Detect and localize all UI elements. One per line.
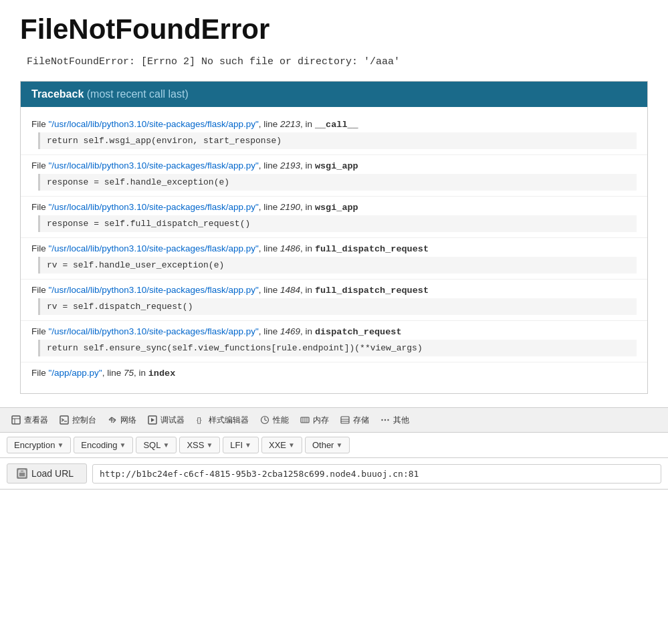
traceback-file-line: File "/app/app.py", line 75, in index <box>31 368 637 379</box>
traceback-file-line: File "/usr/local/lib/python3.10/site-pac… <box>31 243 637 254</box>
devtools-console[interactable]: 控制台 <box>53 412 102 429</box>
traceback-body: File "/usr/local/lib/python3.10/site-pac… <box>21 107 647 393</box>
xxe-button[interactable]: XXE ▼ <box>261 437 302 453</box>
traceback-entry: File "/usr/local/lib/python3.10/site-pac… <box>21 321 647 362</box>
traceback-file-link[interactable]: "/usr/local/lib/python3.10/site-packages… <box>49 160 259 171</box>
svg-point-17 <box>381 419 382 421</box>
devtools-memory[interactable]: 内存 <box>294 412 334 429</box>
encoding-dropdown-arrow: ▼ <box>120 441 126 449</box>
sql-dropdown-arrow: ▼ <box>162 441 169 449</box>
network-icon <box>107 415 118 425</box>
load-url-icon <box>17 468 27 479</box>
other-label: Other <box>312 440 334 450</box>
console-icon <box>59 415 70 425</box>
url-input[interactable] <box>92 464 661 484</box>
main-content: FileNotFoundError FileNotFoundError: [Er… <box>0 0 668 407</box>
traceback-entry: File "/usr/local/lib/python3.10/site-pac… <box>21 238 647 280</box>
traceback-file-link[interactable]: "/usr/local/lib/python3.10/site-packages… <box>49 119 259 129</box>
traceback-title: Traceback <box>31 88 84 100</box>
traceback-file-line: File "/usr/local/lib/python3.10/site-pac… <box>31 326 637 337</box>
devtools-style-editor[interactable]: {} 样式编辑器 <box>190 412 254 429</box>
xxe-label: XXE <box>269 440 286 450</box>
traceback-code: rv = self.handle_user_exception(e) <box>38 257 637 274</box>
other-button[interactable]: Other ▼ <box>305 437 350 453</box>
svg-rect-0 <box>12 416 20 424</box>
xss-button[interactable]: XSS ▼ <box>179 437 220 453</box>
traceback-container: Traceback (most recent call last) File "… <box>20 81 648 394</box>
traceback-entry: File "/usr/local/lib/python3.10/site-pac… <box>21 114 647 155</box>
traceback-entry: File "/usr/local/lib/python3.10/site-pac… <box>21 280 647 321</box>
lfi-dropdown-arrow: ▼ <box>245 441 251 449</box>
svg-marker-7 <box>151 418 154 422</box>
devtools-performance-label: 性能 <box>273 415 289 426</box>
traceback-entry: File "/usr/local/lib/python3.10/site-pac… <box>21 155 647 197</box>
style-editor-icon: {} <box>195 415 206 425</box>
traceback-code: rv = self.dispatch_request() <box>38 298 637 315</box>
other-icon <box>380 415 391 425</box>
encryption-label: Encryption <box>14 440 55 450</box>
svg-text:{}: {} <box>197 416 202 424</box>
devtools-inspector[interactable]: 查看器 <box>5 412 53 429</box>
traceback-file-link[interactable]: "/usr/local/lib/python3.10/site-packages… <box>49 326 259 336</box>
sql-label: SQL <box>143 440 160 450</box>
devtools-memory-label: 内存 <box>313 415 329 426</box>
devtools-other-label: 其他 <box>393 415 409 426</box>
traceback-file-line: File "/usr/local/lib/python3.10/site-pac… <box>31 119 637 130</box>
devtools-storage[interactable]: 存储 <box>334 412 374 429</box>
devtools-toolbar: 查看器 控制台 网络 调试器 <box>0 407 668 433</box>
pentest-toolbar: Encryption ▼ Encoding ▼ SQL ▼ XSS ▼ LFI … <box>0 433 668 458</box>
svg-point-19 <box>387 419 388 421</box>
traceback-file-link[interactable]: "/usr/local/lib/python3.10/site-packages… <box>49 202 259 212</box>
storage-icon <box>340 415 350 425</box>
load-url-bar: Load URL <box>0 458 668 490</box>
sql-button[interactable]: SQL ▼ <box>136 437 177 453</box>
encryption-button[interactable]: Encryption ▼ <box>7 437 71 453</box>
devtools-debugger[interactable]: 调试器 <box>142 412 190 429</box>
traceback-header: Traceback (most recent call last) <box>21 82 647 107</box>
xxe-dropdown-arrow: ▼ <box>288 441 295 449</box>
xss-dropdown-arrow: ▼ <box>206 441 213 449</box>
devtools-storage-label: 存储 <box>353 415 369 426</box>
load-url-label: Load URL <box>31 468 74 479</box>
lfi-button[interactable]: LFI ▼ <box>223 437 259 453</box>
devtools-network[interactable]: 网络 <box>102 412 142 429</box>
traceback-file-link[interactable]: "/app/app.py" <box>49 368 102 378</box>
xss-label: XSS <box>187 440 204 450</box>
encoding-label: Encoding <box>81 440 117 450</box>
traceback-entry: File "/usr/local/lib/python3.10/site-pac… <box>21 197 647 238</box>
error-message: FileNotFoundError: [Errno 2] No such fil… <box>20 56 648 68</box>
devtools-style-editor-label: 样式编辑器 <box>209 415 249 426</box>
devtools-debugger-label: 调试器 <box>160 415 185 426</box>
inspector-icon <box>11 415 21 425</box>
traceback-code: response = self.handle_exception(e) <box>38 174 637 191</box>
error-title: FileNotFoundError <box>20 13 648 45</box>
encryption-dropdown-arrow: ▼ <box>57 441 64 449</box>
traceback-code: return self.ensure_sync(self.view_functi… <box>38 340 637 356</box>
traceback-file-line: File "/usr/local/lib/python3.10/site-pac… <box>31 202 637 213</box>
devtools-performance[interactable]: 性能 <box>254 412 294 429</box>
load-url-button[interactable]: Load URL <box>7 463 87 484</box>
encoding-button[interactable]: Encoding ▼ <box>74 437 133 453</box>
traceback-code: response = self.full_dispatch_request() <box>38 215 637 232</box>
traceback-file-line: File "/usr/local/lib/python3.10/site-pac… <box>31 160 637 171</box>
devtools-other[interactable]: 其他 <box>374 412 415 429</box>
devtools-network-label: 网络 <box>120 415 136 426</box>
performance-icon <box>259 415 270 425</box>
traceback-code: return self.wsgi_app(environ, start_resp… <box>38 132 637 149</box>
traceback-file-link[interactable]: "/usr/local/lib/python3.10/site-packages… <box>49 285 259 295</box>
memory-icon <box>300 415 310 425</box>
devtools-inspector-label: 查看器 <box>24 415 48 426</box>
traceback-file-link[interactable]: "/usr/local/lib/python3.10/site-packages… <box>49 243 259 253</box>
other-dropdown-arrow: ▼ <box>336 441 342 449</box>
traceback-file-line: File "/usr/local/lib/python3.10/site-pac… <box>31 285 637 296</box>
svg-rect-14 <box>341 417 349 423</box>
traceback-subtitle: (most recent call last) <box>87 88 189 100</box>
devtools-console-label: 控制台 <box>72 415 96 426</box>
traceback-entry: File "/app/app.py", line 75, in index <box>21 362 647 387</box>
lfi-label: LFI <box>230 440 243 450</box>
svg-point-18 <box>384 419 386 421</box>
debugger-icon <box>147 415 158 425</box>
